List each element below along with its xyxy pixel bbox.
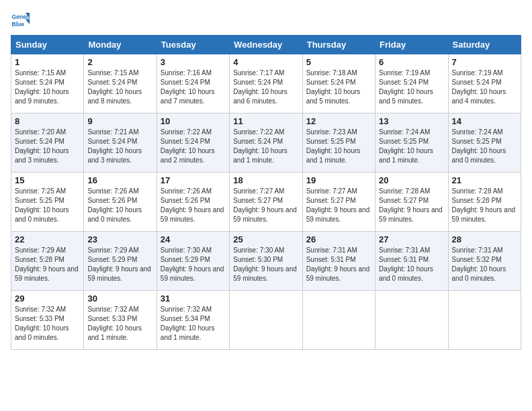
day-info: Sunrise: 7:30 AM Sunset: 5:29 PM Dayligh…: [161, 246, 226, 283]
calendar-cell: 31 Sunrise: 7:32 AM Sunset: 5:34 PM Dayl…: [157, 291, 229, 350]
calendar-week-row: 15 Sunrise: 7:25 AM Sunset: 5:25 PM Dayl…: [11, 173, 521, 232]
calendar-cell: 12 Sunrise: 7:23 AM Sunset: 5:25 PM Dayl…: [302, 113, 375, 173]
day-number: 22: [15, 234, 80, 244]
day-number: 2: [87, 57, 152, 67]
day-info: Sunrise: 7:28 AM Sunset: 5:28 PM Dayligh…: [452, 187, 517, 224]
day-number: 14: [452, 116, 517, 126]
calendar-cell: 6 Sunrise: 7:19 AM Sunset: 5:24 PM Dayli…: [375, 54, 448, 113]
day-number: 9: [87, 116, 152, 126]
calendar-cell: 1 Sunrise: 7:15 AM Sunset: 5:24 PM Dayli…: [11, 54, 84, 113]
calendar-cell: 4 Sunrise: 7:17 AM Sunset: 5:24 PM Dayli…: [230, 54, 302, 113]
day-number: 17: [161, 175, 226, 185]
day-info: Sunrise: 7:25 AM Sunset: 5:25 PM Dayligh…: [15, 187, 80, 224]
weekday-header: Tuesday: [157, 36, 229, 54]
day-number: 8: [15, 116, 80, 126]
calendar-cell: 28 Sunrise: 7:31 AM Sunset: 5:32 PM Dayl…: [448, 232, 521, 291]
calendar-cell: 10 Sunrise: 7:22 AM Sunset: 5:24 PM Dayl…: [157, 113, 229, 173]
calendar-cell: 23 Sunrise: 7:29 AM Sunset: 5:29 PM Dayl…: [84, 232, 157, 291]
logo: General Blue: [11, 11, 32, 30]
day-number: 23: [87, 234, 152, 244]
day-number: 13: [379, 116, 444, 126]
calendar-cell: 21 Sunrise: 7:28 AM Sunset: 5:28 PM Dayl…: [448, 173, 521, 232]
calendar-week-row: 29 Sunrise: 7:32 AM Sunset: 5:33 PM Dayl…: [11, 291, 521, 350]
day-number: 10: [161, 116, 226, 126]
day-info: Sunrise: 7:17 AM Sunset: 5:24 PM Dayligh…: [233, 68, 298, 106]
day-info: Sunrise: 7:19 AM Sunset: 5:24 PM Dayligh…: [452, 68, 517, 106]
day-number: 20: [379, 175, 444, 185]
day-info: Sunrise: 7:31 AM Sunset: 5:32 PM Dayligh…: [452, 246, 517, 283]
day-info: Sunrise: 7:32 AM Sunset: 5:33 PM Dayligh…: [87, 305, 152, 342]
day-info: Sunrise: 7:16 AM Sunset: 5:24 PM Dayligh…: [161, 68, 226, 106]
calendar-cell: 15 Sunrise: 7:25 AM Sunset: 5:25 PM Dayl…: [11, 173, 84, 232]
day-info: Sunrise: 7:18 AM Sunset: 5:24 PM Dayligh…: [306, 68, 371, 106]
day-number: 12: [306, 116, 371, 126]
calendar-cell: 11 Sunrise: 7:22 AM Sunset: 5:24 PM Dayl…: [230, 113, 302, 173]
day-info: Sunrise: 7:31 AM Sunset: 5:31 PM Dayligh…: [379, 246, 444, 283]
day-info: Sunrise: 7:19 AM Sunset: 5:24 PM Dayligh…: [379, 68, 444, 106]
day-number: 1: [15, 57, 80, 67]
weekday-header: Monday: [84, 36, 157, 54]
calendar-cell: 22 Sunrise: 7:29 AM Sunset: 5:28 PM Dayl…: [11, 232, 84, 291]
calendar-cell: [230, 291, 302, 350]
calendar-week-row: 1 Sunrise: 7:15 AM Sunset: 5:24 PM Dayli…: [11, 54, 521, 113]
calendar-cell: 30 Sunrise: 7:32 AM Sunset: 5:33 PM Dayl…: [84, 291, 157, 350]
day-info: Sunrise: 7:27 AM Sunset: 5:27 PM Dayligh…: [306, 187, 371, 224]
calendar-cell: [302, 291, 375, 350]
day-info: Sunrise: 7:15 AM Sunset: 5:24 PM Dayligh…: [15, 68, 80, 106]
day-number: 28: [452, 234, 517, 244]
day-info: Sunrise: 7:23 AM Sunset: 5:25 PM Dayligh…: [306, 128, 371, 165]
day-number: 31: [161, 293, 226, 304]
day-number: 11: [233, 116, 298, 126]
calendar-cell: 18 Sunrise: 7:27 AM Sunset: 5:27 PM Dayl…: [230, 173, 302, 232]
calendar-cell: 27 Sunrise: 7:31 AM Sunset: 5:31 PM Dayl…: [375, 232, 448, 291]
calendar-cell: 13 Sunrise: 7:24 AM Sunset: 5:25 PM Dayl…: [375, 113, 448, 173]
weekday-header: Wednesday: [230, 36, 302, 54]
weekday-header: Friday: [375, 36, 448, 54]
day-info: Sunrise: 7:24 AM Sunset: 5:25 PM Dayligh…: [379, 128, 444, 165]
header: General Blue: [11, 11, 521, 30]
day-info: Sunrise: 7:15 AM Sunset: 5:24 PM Dayligh…: [87, 68, 152, 106]
calendar-cell: 25 Sunrise: 7:30 AM Sunset: 5:30 PM Dayl…: [230, 232, 302, 291]
calendar-cell: 2 Sunrise: 7:15 AM Sunset: 5:24 PM Dayli…: [84, 54, 157, 113]
day-number: 6: [379, 57, 444, 67]
calendar-cell: 29 Sunrise: 7:32 AM Sunset: 5:33 PM Dayl…: [11, 291, 84, 350]
day-info: Sunrise: 7:26 AM Sunset: 5:26 PM Dayligh…: [161, 187, 226, 224]
day-info: Sunrise: 7:29 AM Sunset: 5:28 PM Dayligh…: [15, 246, 80, 283]
svg-text:Blue: Blue: [12, 21, 25, 28]
day-number: 18: [233, 175, 298, 185]
day-number: 4: [233, 57, 298, 67]
calendar-cell: 16 Sunrise: 7:26 AM Sunset: 5:26 PM Dayl…: [84, 173, 157, 232]
calendar-cell: 9 Sunrise: 7:21 AM Sunset: 5:24 PM Dayli…: [84, 113, 157, 173]
calendar-week-row: 22 Sunrise: 7:29 AM Sunset: 5:28 PM Dayl…: [11, 232, 521, 291]
day-number: 7: [452, 57, 517, 67]
day-number: 24: [161, 234, 226, 244]
calendar-cell: [375, 291, 448, 350]
day-number: 26: [306, 234, 371, 244]
day-number: 15: [15, 175, 80, 185]
calendar-cell: 3 Sunrise: 7:16 AM Sunset: 5:24 PM Dayli…: [157, 54, 229, 113]
day-number: 29: [15, 293, 80, 304]
day-number: 21: [452, 175, 517, 185]
day-number: 19: [306, 175, 371, 185]
day-number: 3: [161, 57, 226, 67]
calendar-cell: 7 Sunrise: 7:19 AM Sunset: 5:24 PM Dayli…: [448, 54, 521, 113]
calendar-cell: [448, 291, 521, 350]
logo-icon: General Blue: [11, 11, 30, 30]
day-info: Sunrise: 7:32 AM Sunset: 5:33 PM Dayligh…: [15, 305, 80, 342]
calendar-cell: 8 Sunrise: 7:20 AM Sunset: 5:24 PM Dayli…: [11, 113, 84, 173]
day-info: Sunrise: 7:28 AM Sunset: 5:27 PM Dayligh…: [379, 187, 444, 224]
calendar-cell: 14 Sunrise: 7:24 AM Sunset: 5:25 PM Dayl…: [448, 113, 521, 173]
calendar-cell: 24 Sunrise: 7:30 AM Sunset: 5:29 PM Dayl…: [157, 232, 229, 291]
weekday-header: Sunday: [11, 36, 84, 54]
day-info: Sunrise: 7:29 AM Sunset: 5:29 PM Dayligh…: [87, 246, 152, 283]
calendar-week-row: 8 Sunrise: 7:20 AM Sunset: 5:24 PM Dayli…: [11, 113, 521, 173]
day-info: Sunrise: 7:22 AM Sunset: 5:24 PM Dayligh…: [233, 128, 298, 165]
day-info: Sunrise: 7:27 AM Sunset: 5:27 PM Dayligh…: [233, 187, 298, 224]
day-info: Sunrise: 7:32 AM Sunset: 5:34 PM Dayligh…: [161, 305, 226, 342]
calendar-cell: 19 Sunrise: 7:27 AM Sunset: 5:27 PM Dayl…: [302, 173, 375, 232]
day-number: 25: [233, 234, 298, 244]
day-info: Sunrise: 7:21 AM Sunset: 5:24 PM Dayligh…: [87, 128, 152, 165]
calendar-cell: 26 Sunrise: 7:31 AM Sunset: 5:31 PM Dayl…: [302, 232, 375, 291]
calendar-table: SundayMondayTuesdayWednesdayThursdayFrid…: [11, 35, 521, 350]
day-info: Sunrise: 7:30 AM Sunset: 5:30 PM Dayligh…: [233, 246, 298, 283]
